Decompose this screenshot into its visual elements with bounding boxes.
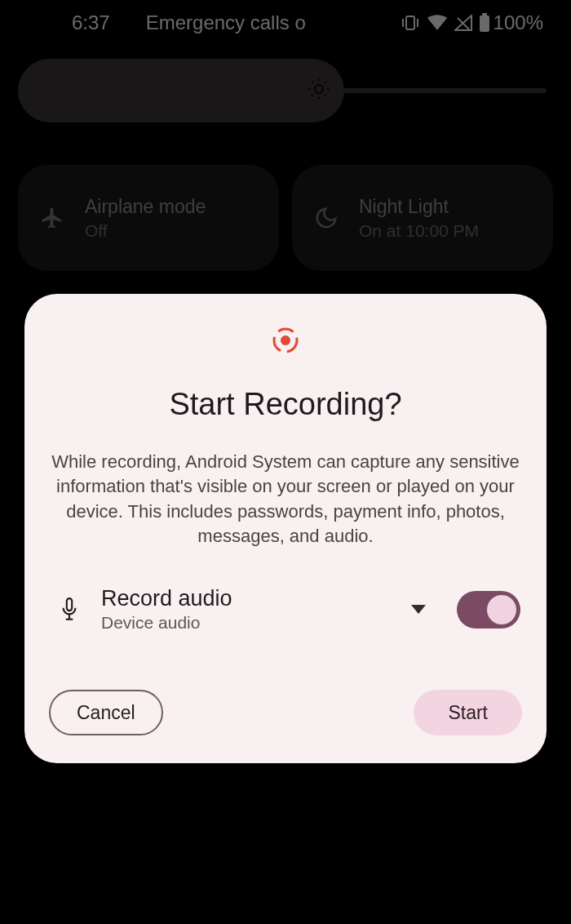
qs-tile-status: On at 10:00 PM — [359, 221, 479, 241]
quick-settings-panel: Airplane mode Off Night Light On at 10:0… — [0, 51, 571, 271]
moon-icon — [308, 206, 344, 230]
status-icons: 100% — [401, 11, 543, 34]
svg-point-7 — [281, 335, 290, 345]
svg-point-6 — [315, 85, 323, 93]
status-bar: 6:37 Emergency calls o 100% — [0, 0, 571, 46]
battery-indicator: 100% — [479, 11, 543, 34]
dialog-body: While recording, Android System can capt… — [49, 450, 522, 549]
airplane-icon — [34, 206, 70, 230]
status-center-text: Emergency calls o — [110, 11, 401, 34]
chevron-down-icon[interactable] — [411, 605, 426, 614]
record-icon — [49, 325, 522, 356]
qs-tile-status: Off — [85, 221, 206, 241]
dialog-actions: Cancel Start — [49, 690, 522, 735]
status-time: 6:37 — [72, 11, 110, 34]
wifi-icon — [427, 15, 448, 31]
svg-rect-5 — [482, 13, 487, 16]
brightness-slider[interactable] — [18, 59, 553, 122]
qs-tile-nightlight[interactable]: Night Light On at 10:00 PM — [292, 165, 553, 271]
record-audio-subtitle: Device audio — [101, 613, 393, 633]
svg-rect-4 — [480, 16, 489, 32]
battery-icon — [479, 13, 490, 33]
vibrate-icon — [401, 15, 420, 31]
brightness-fill — [18, 59, 344, 122]
screen-record-dialog: Start Recording? While recording, Androi… — [24, 294, 547, 763]
signal-icon — [454, 15, 472, 31]
cancel-button[interactable]: Cancel — [49, 690, 163, 735]
qs-tile-airplane[interactable]: Airplane mode Off — [18, 165, 279, 271]
battery-percent: 100% — [494, 11, 543, 34]
brightness-icon — [307, 77, 331, 104]
record-audio-row[interactable]: Record audio Device audio — [49, 581, 522, 637]
qs-tile-label: Airplane mode — [85, 196, 206, 218]
record-audio-toggle[interactable] — [457, 591, 520, 629]
start-button[interactable]: Start — [414, 690, 522, 735]
record-audio-title: Record audio — [101, 586, 393, 611]
mic-icon — [55, 597, 83, 623]
dialog-title: Start Recording? — [49, 387, 522, 422]
toggle-knob — [487, 595, 516, 624]
qs-tile-label: Night Light — [359, 196, 479, 218]
svg-rect-0 — [406, 16, 414, 29]
svg-rect-9 — [67, 598, 72, 611]
